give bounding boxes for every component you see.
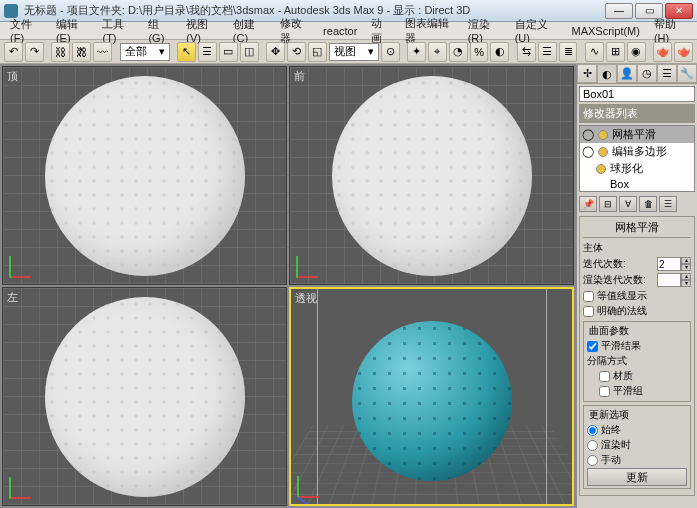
pivot-center-button[interactable]: ⊙ (381, 42, 400, 62)
wireframe-sphere (332, 76, 532, 276)
unlink-button[interactable]: ⛓̸ (72, 42, 91, 62)
group-main-label: 主体 (583, 241, 691, 255)
redo-button[interactable]: ↷ (25, 42, 44, 62)
angle-snap-button[interactable]: ◔ (449, 42, 468, 62)
menu-views[interactable]: 视图(V) (180, 16, 225, 45)
modifier-stack[interactable]: ◯网格平滑 ◯编辑多边形 球形化 Box (579, 125, 695, 192)
axis-tripod (9, 469, 39, 499)
update-button[interactable]: 更新 (587, 468, 687, 486)
bulb-icon[interactable] (598, 147, 608, 157)
axis-tripod (296, 248, 326, 278)
manipulate-button[interactable]: ✦ (407, 42, 426, 62)
wireframe-sphere (45, 76, 245, 276)
viewport-label: 透视 (295, 291, 317, 306)
update-options-label: 更新选项 (587, 408, 631, 422)
render-iter-input[interactable] (657, 273, 681, 287)
modifier-list-header[interactable]: 修改器列表 (579, 104, 695, 123)
viewport-left[interactable]: 左 (2, 287, 287, 506)
tab-modify[interactable]: ◐ (597, 64, 617, 83)
update-always-label: 始终 (601, 423, 621, 437)
menu-file[interactable]: 文件(F) (4, 16, 48, 45)
viewport-front[interactable]: 前 (289, 66, 574, 285)
smooth-result-checkbox[interactable] (587, 341, 598, 352)
menu-reactor[interactable]: reactor (317, 24, 363, 38)
spinner-down[interactable]: ▾ (681, 280, 691, 287)
percent-snap-button[interactable]: % (470, 42, 489, 62)
project-folder: - 项目文件夹: D:\用户目录\我的文档\3dsmax (60, 4, 275, 16)
curve-editor-button[interactable]: ∿ (585, 42, 604, 62)
expand-icon: ◯ (582, 145, 594, 158)
bulb-icon[interactable] (596, 164, 606, 174)
axis-tripod (297, 468, 327, 498)
undo-button[interactable]: ↶ (4, 42, 23, 62)
tab-motion[interactable]: ◷ (637, 64, 657, 83)
material-checkbox[interactable] (599, 371, 610, 382)
stack-item-label: 网格平滑 (612, 127, 656, 142)
render-scene-button[interactable]: 🫖 (653, 42, 672, 62)
spinner-down[interactable]: ▾ (681, 264, 691, 271)
rotate-button[interactable]: ⟲ (287, 42, 306, 62)
object-name-field[interactable]: Box01 (579, 86, 695, 102)
menu-customize[interactable]: 自定义(U) (509, 16, 564, 45)
select-object-button[interactable]: ↖ (177, 42, 196, 62)
stack-item-meshsmooth[interactable]: ◯网格平滑 (580, 126, 694, 143)
schematic-view-button[interactable]: ⊞ (606, 42, 625, 62)
ref-coord-value: 视图 (334, 44, 356, 59)
ref-coord-dropdown[interactable]: 视图▾ (329, 43, 379, 61)
stack-item-box[interactable]: Box (580, 177, 694, 191)
stack-item-label: 编辑多边形 (612, 144, 667, 159)
window-crossing-button[interactable]: ◫ (240, 42, 259, 62)
rollout-header[interactable]: 网格平滑 (583, 220, 691, 238)
menu-group[interactable]: 组(G) (142, 16, 178, 45)
tab-utilities[interactable]: 🔧 (677, 64, 697, 83)
stack-item-editpoly[interactable]: ◯编辑多边形 (580, 143, 694, 160)
isoline-checkbox[interactable] (583, 291, 594, 302)
show-end-result-button[interactable]: ⊟ (599, 196, 617, 212)
snap-toggle-button[interactable]: ⌖ (428, 42, 447, 62)
make-unique-button[interactable]: ∀ (619, 196, 637, 212)
pin-stack-button[interactable]: 📌 (579, 196, 597, 212)
update-manual-radio[interactable] (587, 455, 598, 466)
viewport-perspective[interactable]: 透视 (289, 287, 574, 506)
minimize-button[interactable]: — (605, 3, 633, 19)
update-always-radio[interactable] (587, 425, 598, 436)
spinner-up[interactable]: ▴ (681, 257, 691, 264)
expand-icon: ◯ (582, 128, 594, 141)
mirror-button[interactable]: ⇆ (517, 42, 536, 62)
spinner-snap-button[interactable]: ◐ (490, 42, 509, 62)
menu-create[interactable]: 创建(C) (227, 16, 272, 45)
iterations-input[interactable] (657, 257, 681, 271)
params-rollout: 网格平滑 主体 迭代次数: ▴▾ 渲染迭代次数: ▴▾ 等值线显示 明确的法线 … (579, 216, 695, 496)
shaded-sphere (352, 321, 512, 481)
scale-button[interactable]: ◱ (308, 42, 327, 62)
spinner-up[interactable]: ▴ (681, 273, 691, 280)
material-editor-button[interactable]: ◉ (627, 42, 646, 62)
update-render-radio[interactable] (587, 440, 598, 451)
move-button[interactable]: ✥ (266, 42, 285, 62)
remove-modifier-button[interactable]: 🗑 (639, 196, 657, 212)
select-by-name-button[interactable]: ☰ (198, 42, 217, 62)
selection-filter-dropdown[interactable]: 全部▾ (120, 43, 170, 61)
smoothgroup-checkbox[interactable] (599, 386, 610, 397)
select-region-button[interactable]: ▭ (219, 42, 238, 62)
link-button[interactable]: ⛓ (51, 42, 70, 62)
tab-create[interactable]: ✢ (577, 64, 597, 83)
wireframe-sphere (45, 297, 245, 497)
viewport-top[interactable]: 顶 (2, 66, 287, 285)
bind-spacewarp-button[interactable]: 〰 (93, 42, 112, 62)
menu-rendering[interactable]: 渲染(R) (462, 16, 507, 45)
menu-help[interactable]: 帮助(H) (648, 16, 693, 45)
quick-render-button[interactable]: 🫖 (674, 42, 693, 62)
bulb-icon[interactable] (598, 130, 608, 140)
menu-edit[interactable]: 编辑(E) (50, 16, 95, 45)
menu-maxscript[interactable]: MAXScript(M) (566, 24, 646, 38)
menu-tools[interactable]: 工具(T) (96, 16, 140, 45)
explicit-normals-checkbox[interactable] (583, 306, 594, 317)
tab-display[interactable]: ☰ (657, 64, 677, 83)
configure-sets-button[interactable]: ☰ (659, 196, 677, 212)
align-button[interactable]: ☰ (538, 42, 557, 62)
layers-button[interactable]: ≣ (559, 42, 578, 62)
tab-hierarchy[interactable]: 👤 (617, 64, 637, 83)
main-toolbar: ↶ ↷ ⛓ ⛓̸ 〰 全部▾ ↖ ☰ ▭ ◫ ✥ ⟲ ◱ 视图▾ ⊙ ✦ ⌖ ◔… (0, 40, 697, 64)
stack-item-spherify[interactable]: 球形化 (580, 160, 694, 177)
